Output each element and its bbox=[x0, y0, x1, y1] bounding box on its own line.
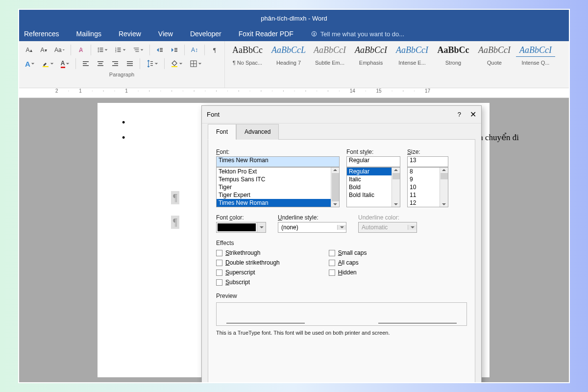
list-item[interactable]: Tempus Sans ITC bbox=[217, 175, 339, 183]
checkbox-subscript[interactable]: Subscript bbox=[216, 279, 280, 286]
scrollbar[interactable] bbox=[440, 168, 448, 207]
tab-review[interactable]: Review bbox=[119, 30, 141, 38]
underline-style-combo[interactable]: (none) bbox=[278, 222, 346, 233]
size-input[interactable]: 13 bbox=[407, 156, 448, 167]
font-color-picker[interactable] bbox=[216, 222, 266, 233]
paragraph-group-label: Paragraph bbox=[23, 72, 220, 77]
ruler[interactable]: 2·1···1···················14·15···17 bbox=[19, 88, 569, 98]
decrease-indent-btn[interactable] bbox=[154, 44, 166, 56]
align-left-btn[interactable] bbox=[80, 58, 92, 70]
style-item[interactable]: AaBbCcIEmphasis bbox=[351, 43, 391, 86]
clear-formatting-btn[interactable]: A̷ bbox=[75, 44, 87, 56]
paragraph-mark-icon: ¶ bbox=[171, 191, 179, 204]
tab-view[interactable]: View bbox=[158, 30, 173, 38]
show-marks-btn[interactable]: ¶ bbox=[209, 44, 220, 56]
svg-point-3 bbox=[98, 49, 99, 50]
svg-rect-19 bbox=[174, 48, 177, 49]
help-button[interactable]: ? bbox=[458, 111, 461, 118]
font-listbox[interactable]: Tekton Pro ExtTempus Sans ITCTigerTiger … bbox=[216, 167, 340, 207]
style-item[interactable]: AaBbCcISubtle Em... bbox=[310, 43, 349, 86]
checkbox-superscript[interactable]: Superscript bbox=[216, 269, 280, 276]
size-listbox[interactable]: 89101112 bbox=[407, 167, 448, 207]
tab-developer[interactable]: Developer bbox=[190, 30, 221, 38]
list-item[interactable]: Times New Roman bbox=[217, 199, 339, 207]
dialog-titlebar[interactable]: Font ? ✕ bbox=[202, 106, 481, 123]
svg-rect-38 bbox=[172, 66, 177, 67]
svg-rect-6 bbox=[99, 51, 103, 52]
scrollbar[interactable] bbox=[331, 168, 339, 207]
svg-rect-30 bbox=[114, 63, 118, 64]
style-item[interactable]: AaBbCcIQuote bbox=[475, 43, 514, 86]
style-item[interactable]: AaBbCcIIntense Q... bbox=[516, 43, 555, 86]
dialog-title: Font bbox=[207, 111, 220, 118]
tab-advanced[interactable]: Advanced bbox=[236, 124, 279, 140]
text-effects-btn[interactable]: A bbox=[23, 58, 37, 70]
font-input[interactable]: Times New Roman bbox=[216, 156, 340, 167]
svg-rect-10 bbox=[118, 49, 121, 50]
document-title: phân-tích-dlmxh - Word bbox=[261, 15, 327, 22]
svg-rect-34 bbox=[127, 65, 133, 66]
effects-label: Effects bbox=[216, 240, 467, 246]
grow-font-btn[interactable]: A▴ bbox=[23, 44, 35, 56]
multilevel-list-btn[interactable] bbox=[131, 44, 146, 56]
styles-gallery[interactable]: AaBbCc¶ No Spac...AaBbCcLHeading 7AaBbCc… bbox=[225, 41, 569, 88]
shading-btn[interactable] bbox=[169, 58, 185, 70]
svg-rect-17 bbox=[160, 49, 163, 50]
svg-rect-18 bbox=[160, 51, 163, 52]
sort-btn[interactable]: A↕ bbox=[189, 44, 200, 56]
change-case-btn[interactable]: Aa bbox=[52, 44, 67, 56]
svg-point-1 bbox=[98, 48, 99, 49]
svg-rect-12 bbox=[118, 51, 121, 52]
increase-indent-btn[interactable] bbox=[169, 44, 180, 56]
underline-color-combo: Automatic bbox=[358, 222, 417, 233]
checkbox-strikethrough[interactable]: Strikethrough bbox=[216, 249, 280, 256]
svg-rect-26 bbox=[98, 61, 103, 62]
tab-references[interactable]: References bbox=[24, 30, 59, 38]
align-center-btn[interactable] bbox=[95, 58, 106, 70]
font-label: Font: bbox=[216, 148, 340, 155]
bullets-btn[interactable] bbox=[95, 44, 110, 56]
svg-rect-16 bbox=[160, 48, 163, 49]
svg-rect-21 bbox=[174, 51, 177, 52]
checkbox-hidden[interactable]: Hidden bbox=[329, 269, 367, 276]
font-color-label: Font color: bbox=[216, 214, 266, 221]
list-item[interactable]: Tiger Expert bbox=[217, 191, 339, 199]
tab-mailings[interactable]: Mailings bbox=[76, 30, 101, 38]
font-note: This is a TrueType font. This font will … bbox=[216, 330, 467, 336]
tab-font[interactable]: Font bbox=[208, 124, 236, 140]
justify-btn[interactable] bbox=[124, 58, 136, 70]
shrink-font-btn[interactable]: A▾ bbox=[38, 44, 49, 56]
borders-btn[interactable] bbox=[188, 58, 204, 70]
ribbon-font-paragraph: A▴ A▾ Aa A̷ 123 A↕ ¶ A A bbox=[19, 41, 225, 88]
svg-rect-36 bbox=[150, 63, 153, 64]
font-style-input[interactable]: Regular bbox=[346, 156, 400, 167]
line-spacing-btn[interactable] bbox=[144, 58, 160, 70]
svg-rect-27 bbox=[98, 63, 102, 64]
style-item[interactable]: AaBbCcIIntense E... bbox=[392, 43, 432, 86]
checkbox-small-caps[interactable]: Small caps bbox=[329, 249, 367, 256]
close-button[interactable]: ✕ bbox=[470, 110, 476, 119]
tell-me-box[interactable]: Tell me what you want to do... bbox=[311, 30, 404, 38]
svg-rect-4 bbox=[99, 49, 103, 50]
checkbox-all-caps[interactable]: All caps bbox=[329, 259, 367, 266]
list-item[interactable]: Tekton Pro Ext bbox=[217, 168, 339, 175]
style-item[interactable]: AaBbCcStrong bbox=[434, 43, 473, 86]
numbering-btn[interactable]: 123 bbox=[113, 44, 127, 56]
ribbon-tabs: References Mailings Review View Develope… bbox=[19, 26, 569, 41]
highlight-btn[interactable] bbox=[40, 58, 56, 70]
align-right-btn[interactable] bbox=[109, 58, 121, 70]
svg-rect-13 bbox=[134, 48, 139, 49]
list-item[interactable]: Tiger bbox=[217, 183, 339, 191]
checkbox-double-strikethrough[interactable]: Double strikethrough bbox=[216, 259, 280, 266]
tab-foxit[interactable]: Foxit Reader PDF bbox=[239, 30, 294, 38]
svg-rect-8 bbox=[118, 48, 121, 49]
underline-color-label: Underline color: bbox=[358, 214, 417, 221]
scrollbar[interactable] bbox=[392, 168, 400, 207]
paragraph-mark-icon: ¶ bbox=[171, 216, 179, 229]
style-item[interactable]: AaBbCc¶ No Spac... bbox=[228, 43, 267, 86]
font-style-listbox[interactable]: RegularItalicBoldBold Italic bbox=[346, 167, 400, 207]
svg-rect-37 bbox=[150, 65, 153, 66]
font-color-btn[interactable]: A bbox=[59, 58, 72, 70]
svg-rect-2 bbox=[99, 48, 103, 49]
style-item[interactable]: AaBbCcLHeading 7 bbox=[269, 43, 308, 86]
